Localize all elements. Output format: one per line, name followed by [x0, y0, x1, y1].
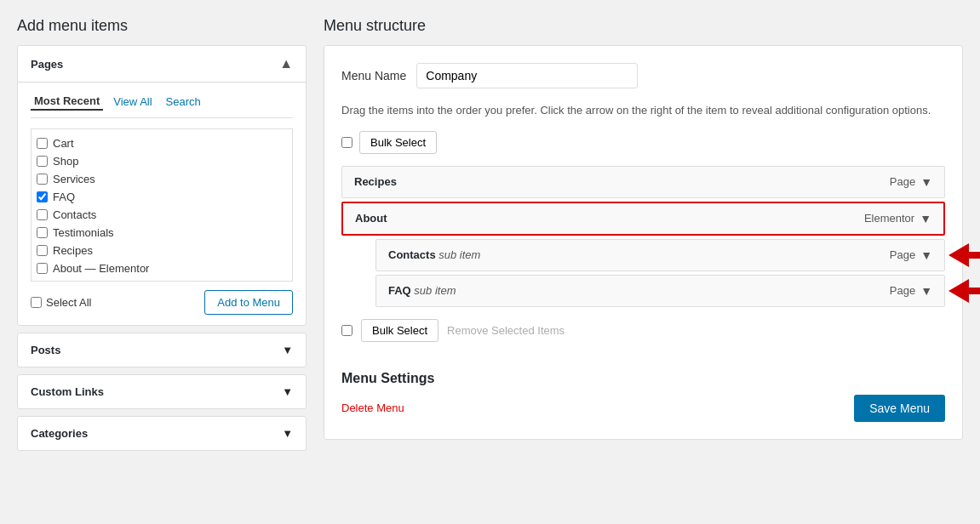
select-all-label[interactable]: Select All	[31, 296, 91, 309]
select-all-text: Select All	[46, 296, 91, 309]
about-dropdown-button[interactable]: ▼	[920, 212, 931, 225]
about-item-label: About	[355, 212, 387, 225]
contacts-red-arrow	[948, 243, 980, 267]
services-label: Services	[53, 173, 95, 185]
faq-sub-dropdown-button[interactable]: ▼	[920, 284, 932, 298]
pages-accordion-label: Pages	[31, 58, 63, 71]
contacts-label: Contacts	[53, 208, 96, 221]
contacts-sub-item-wrapper: Contacts sub item Page ▼	[341, 239, 945, 271]
contacts-arrow-shaft	[969, 252, 980, 259]
list-item[interactable]: Testimonials	[37, 224, 287, 242]
recipes-type-label: Page	[890, 175, 915, 188]
list-item[interactable]: Cart	[37, 134, 287, 152]
menu-structure-title: Menu structure	[324, 17, 963, 35]
menu-settings-title: Menu Settings	[341, 371, 945, 386]
right-panel: Menu structure Menu Name Drag the items …	[324, 17, 963, 451]
contacts-sub-dropdown-button[interactable]: ▼	[920, 248, 932, 262]
contacts-sub-type-label: Page	[890, 248, 915, 261]
bottom-bulk-select-button[interactable]: Bulk Select	[361, 319, 438, 342]
recipes-checkbox[interactable]	[37, 245, 48, 256]
custom-links-header[interactable]: Custom Links ▼	[18, 375, 306, 408]
tab-search[interactable]: Search	[163, 93, 204, 111]
categories-chevron-down-icon: ▼	[282, 427, 293, 440]
faq-sub-item: FAQ sub item Page ▼	[375, 275, 945, 307]
list-item[interactable]: Shop	[37, 152, 287, 170]
instructions-text: Drag the items into the order you prefer…	[341, 102, 945, 119]
menu-name-input[interactable]	[416, 63, 638, 88]
pages-chevron-up-icon: ▲	[279, 56, 293, 71]
faq-sub-type-label: Page	[890, 284, 915, 297]
custom-links-section: Custom Links ▼	[17, 374, 307, 409]
faq-sub-item-right: Page ▼	[890, 284, 932, 298]
recipes-item-label: Recipes	[354, 175, 397, 188]
bottom-bulk-select-checkbox[interactable]	[341, 325, 352, 336]
remove-selected-button[interactable]: Remove Selected Items	[447, 324, 565, 337]
faq-red-arrow	[948, 279, 980, 303]
contacts-arrow-head-icon	[948, 243, 969, 267]
testimonials-label: Testimonials	[53, 226, 114, 239]
delete-menu-link[interactable]: Delete Menu	[341, 402, 404, 414]
list-item[interactable]: Contacts	[37, 206, 287, 224]
about-elementor-label: About — Elementor	[53, 262, 149, 275]
shop-checkbox[interactable]	[37, 156, 48, 167]
services-checkbox[interactable]	[37, 174, 48, 185]
posts-header[interactable]: Posts ▼	[18, 333, 306, 367]
categories-label: Categories	[31, 427, 88, 440]
pages-accordion-content: Most Recent View All Search Cart Shop	[18, 83, 306, 325]
contacts-sub-item-right: Page ▼	[890, 248, 932, 262]
recipes-item-right: Page ▼	[890, 175, 932, 189]
recipes-menu-item: Recipes Page ▼	[341, 166, 945, 198]
menu-name-label: Menu Name	[341, 69, 406, 83]
top-bulk-select-button[interactable]: Bulk Select	[359, 131, 437, 154]
checkbox-footer: Select All Add to Menu	[31, 290, 293, 315]
categories-section: Categories ▼	[17, 416, 307, 451]
custom-links-label: Custom Links	[31, 385, 104, 398]
select-all-checkbox[interactable]	[31, 297, 42, 308]
menu-items-list: Recipes Page ▼ About Elementor ▼	[341, 166, 945, 307]
pages-accordion-header[interactable]: Pages ▲	[18, 46, 306, 83]
about-item-right: Elementor ▼	[864, 212, 931, 225]
list-item[interactable]: Recipes	[37, 242, 287, 259]
top-bulk-select-row: Bulk Select	[341, 131, 945, 154]
shop-label: Shop	[53, 155, 78, 168]
recipes-label: Recipes	[53, 244, 93, 257]
menu-structure-box: Menu Name Drag the items into the order …	[324, 45, 963, 440]
custom-links-chevron-down-icon: ▼	[282, 385, 293, 398]
categories-header[interactable]: Categories ▼	[18, 417, 306, 450]
about-type-label: Elementor	[864, 212, 914, 225]
pages-checkbox-list: Cart Shop Services FAQ	[31, 128, 293, 282]
testimonials-checkbox[interactable]	[37, 227, 48, 238]
recipes-dropdown-button[interactable]: ▼	[920, 175, 932, 189]
cart-checkbox[interactable]	[37, 138, 48, 149]
faq-label: FAQ	[53, 191, 75, 203]
menu-name-row: Menu Name	[341, 63, 945, 88]
contacts-sub-item-label: Contacts sub item	[388, 248, 480, 261]
add-menu-items-title: Add menu items	[17, 17, 307, 35]
about-menu-item: About Elementor ▼	[341, 202, 945, 236]
posts-chevron-down-icon: ▼	[282, 344, 293, 356]
left-panel: Add menu items Pages ▲ Most Recent View …	[17, 17, 307, 451]
list-item[interactable]: About — Elementor	[37, 259, 287, 277]
list-item[interactable]: FAQ	[37, 188, 287, 206]
contacts-checkbox[interactable]	[37, 209, 48, 220]
posts-section: Posts ▼	[17, 333, 307, 367]
menu-settings-section: Menu Settings Delete Menu Save Menu	[341, 359, 945, 422]
contacts-sub-item: Contacts sub item Page ▼	[375, 239, 945, 271]
tab-view-all[interactable]: View All	[110, 93, 155, 111]
save-menu-button[interactable]: Save Menu	[854, 395, 945, 422]
add-to-menu-button[interactable]: Add to Menu	[204, 290, 293, 315]
top-bulk-select-checkbox[interactable]	[341, 137, 352, 148]
posts-label: Posts	[31, 344, 60, 356]
faq-arrow-head-icon	[948, 279, 969, 303]
bottom-bulk-row: Bulk Select Remove Selected Items	[341, 319, 945, 342]
faq-sub-item-wrapper: FAQ sub item Page ▼	[341, 275, 945, 307]
faq-sub-item-label: FAQ sub item	[388, 284, 456, 297]
faq-checkbox[interactable]	[37, 191, 48, 202]
pages-accordion: Pages ▲ Most Recent View All Search Cart	[17, 45, 307, 326]
footer-actions: Delete Menu Save Menu	[341, 395, 945, 422]
about-elementor-checkbox[interactable]	[37, 263, 48, 274]
list-item[interactable]: Services	[37, 170, 287, 188]
faq-arrow-shaft	[969, 288, 980, 294]
cart-label: Cart	[53, 137, 74, 150]
tab-most-recent[interactable]: Most Recent	[31, 93, 103, 111]
